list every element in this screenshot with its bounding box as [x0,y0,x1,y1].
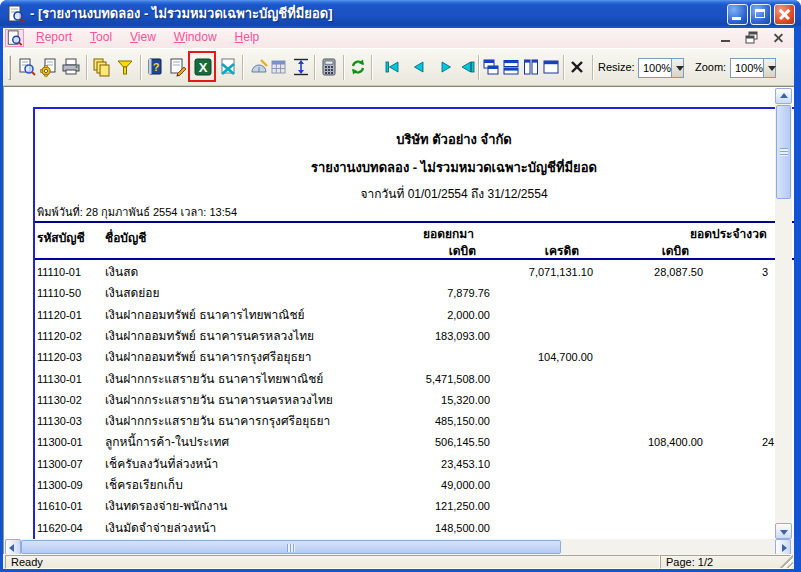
cell-code: 11130-01 [37,368,82,390]
first-page-icon [383,57,403,77]
cell-debit1: 2,000.00 [370,304,490,326]
table-row: 11300-01ลูกหนี้การค้า-ในประเทศ506,145.50… [35,431,794,453]
cell-name: เงินทดรองจ่าย-พนักงาน [105,495,370,517]
refresh-button[interactable] [347,53,369,81]
scroll-up-button[interactable] [775,88,792,104]
zoom-select[interactable]: 100% [730,58,776,78]
menu-report[interactable]: Report [27,28,81,48]
row-height-button[interactable] [290,53,312,81]
printer-gear-icon [39,57,59,77]
excel-icon: X [193,57,213,77]
mdi-window-buttons [716,30,788,45]
application-window: - [รายงานงบทดลอง - ไม่รวมหมวดเฉพาะบัญชีท… [0,0,801,572]
filter-button[interactable] [114,53,136,81]
cell-code: 11300-07 [37,453,83,475]
arrow-right-icon [782,544,787,552]
vertical-scroll-thumb[interactable] [776,105,791,199]
cell-name: เงินฝากกระแสรายวัน ธนาคารกรุงศรีอยุธยา [105,410,370,432]
zoom-value: 100% [731,59,763,77]
mdi-close-icon [773,33,784,43]
menu-help[interactable]: Help [226,28,269,48]
menu-tool[interactable]: Tool [81,28,121,48]
scroll-down-button[interactable] [775,523,792,539]
cell-credit2_fragment: 24 [762,431,774,453]
mdi-minimize-button[interactable] [716,30,736,45]
resize-value: 100% [639,59,671,77]
prev-page-button[interactable] [409,53,431,81]
table-header-line [35,258,794,260]
resize-grip[interactable] [780,555,793,568]
mdi-document-icon[interactable] [5,29,24,47]
tile-vertical-button[interactable] [521,53,541,81]
menu-view[interactable]: View [121,28,165,48]
cell-code: 11130-03 [37,410,82,432]
resize-label: Resize: [598,61,635,73]
last-page-button[interactable] [456,53,478,81]
minimize-icon [732,17,741,20]
mdi-restore-button[interactable] [742,30,762,45]
titlebar[interactable]: - [รายงานงบทดลอง - ไม่รวมหมวดเฉพาะบัญชีท… [0,0,801,28]
printer-setup-button[interactable] [38,53,60,81]
scroll-left-button[interactable] [5,539,21,554]
thumb-grip [287,544,295,552]
copies-button[interactable] [91,53,113,81]
tile-horizontal-button[interactable] [501,53,521,81]
cell-debit1: 49,000.00 [370,474,490,496]
resize-select[interactable]: 100% [638,58,684,78]
vertical-scrollbar[interactable] [775,88,792,539]
cell-code: 11610-01 [37,495,83,517]
horizontal-scrollbar[interactable] [4,539,794,554]
edit-report-button[interactable] [167,53,189,81]
chevron-down-icon[interactable] [763,59,775,77]
cell-name: เงินฝากออมทรัพย์ ธนาคารกรุงศรีอยุธยา [105,346,370,368]
calculator-button[interactable] [318,53,340,81]
cell-code: 11130-02 [37,389,82,411]
cell-code: 11120-01 [37,304,82,326]
refresh-icon [348,57,368,77]
report-company: บริษัท ตัวอย่าง จำกัด [35,129,794,150]
scroll-right-button[interactable] [775,539,791,554]
tile-vertical-icon [521,57,541,77]
export-excel-button[interactable]: X [192,53,214,81]
chevron-down-icon[interactable] [671,59,683,77]
cell-code: 11110-50 [37,282,81,304]
toolbar-grip[interactable] [8,55,11,80]
protractor-icon [249,57,269,77]
close-button[interactable] [774,4,795,25]
horizontal-scroll-thumb[interactable] [21,540,561,554]
menu-items: Report Tool View Window Help [27,28,268,48]
table-row: 11120-02เงินฝากออมทรัพย์ ธนาคารนครหลวงไท… [35,325,794,347]
print-preview-button[interactable] [16,53,38,81]
last-page-icon [457,57,477,77]
cell-name: เช็ครอเรียกเก็บ [105,474,370,496]
mdi-close-button[interactable] [768,30,788,45]
calculator-icon [319,57,339,77]
cascade-icon [481,57,501,77]
first-page-button[interactable] [382,53,404,81]
print-button[interactable] [60,53,82,81]
table-rows: 11110-01เงินสด7,071,131.1028,087.5031111… [35,261,794,554]
export-data-button[interactable] [217,53,239,81]
thumb-grip [780,148,788,156]
ruler-icon [291,57,311,77]
filter-icon [115,57,135,77]
next-page-button[interactable] [434,53,456,81]
minimize-button[interactable] [727,4,748,25]
cell-name: เงินฝากออมทรัพย์ ธนาคารไทยพาณิชย์ [105,304,370,326]
menu-window[interactable]: Window [165,28,226,48]
status-ready: Ready [5,555,660,569]
report-preview-icon [7,5,25,23]
table-grid-icon [270,57,290,77]
cell-credit1: 104,700.00 [473,346,593,368]
table-row: 11130-01เงินฝากกระแสรายวัน ธนาคารไทยพาณิ… [35,368,794,390]
close-preview-button[interactable] [567,53,587,81]
grid-button[interactable] [269,53,291,81]
cascade-windows-button[interactable] [481,53,501,81]
page-setup-button[interactable] [248,53,270,81]
table-row: 11610-01เงินทดรองจ่าย-พนักงาน121,250.00 [35,495,794,517]
cell-name: เงินสด [105,261,370,283]
maximize-button[interactable] [750,4,771,25]
arrange-window-button[interactable] [541,53,561,81]
help-topics-button[interactable]: ? [144,53,166,81]
cell-debit2: 108,400.00 [583,431,703,453]
